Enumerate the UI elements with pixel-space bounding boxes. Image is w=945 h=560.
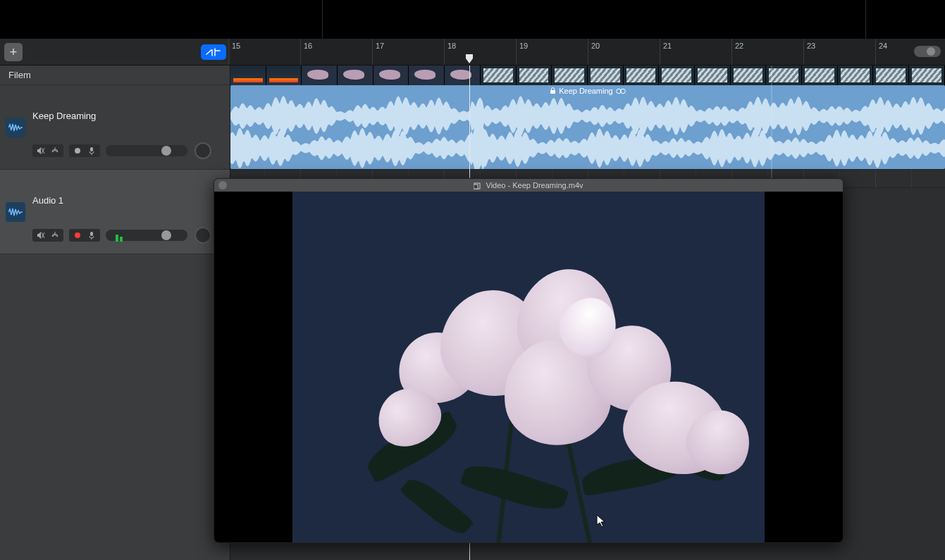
region-header: Keep Dreaming	[230, 87, 945, 95]
svg-rect-14	[474, 185, 478, 189]
ruler-tick: 22	[731, 39, 743, 65]
automation-toggle-button[interactable]	[201, 44, 226, 60]
video-thumbnail[interactable]	[838, 66, 874, 85]
region-name: Keep Dreaming	[559, 87, 612, 95]
loop-icon	[616, 88, 626, 94]
record-enable-button[interactable]	[70, 145, 85, 156]
track-header-keep-dreaming[interactable]: Keep Dreaming	[0, 85, 230, 170]
video-window-title: Video - Keep Dreaming.m4v	[214, 181, 843, 189]
ruler-tick: 18	[444, 39, 456, 65]
video-thumbnail[interactable]	[373, 66, 409, 85]
plus-icon: +	[10, 46, 18, 58]
track-headers: Filem Keep Dreaming	[0, 66, 230, 560]
video-thumbnail[interactable]	[266, 66, 302, 85]
video-preview-window[interactable]: Video - Keep Dreaming.m4v	[214, 178, 844, 543]
video-thumbnail[interactable]	[409, 66, 445, 85]
pan-knob[interactable]	[194, 142, 211, 159]
video-thumbnail[interactable]	[695, 66, 731, 85]
filem-header[interactable]: Filem	[0, 66, 230, 85]
ruler-tick: 15	[228, 39, 240, 65]
region-row: Keep Dreaming	[230, 85, 945, 170]
marker-line	[322, 0, 323, 39]
video-thumbnail[interactable]	[552, 66, 588, 85]
svg-rect-7	[90, 232, 93, 236]
ruler-tick: 16	[300, 39, 312, 65]
video-thumbnail[interactable]	[731, 66, 767, 85]
svg-rect-13	[474, 183, 480, 189]
ruler-tick: 21	[660, 39, 672, 65]
video-thumbnail[interactable]	[766, 66, 802, 85]
sidebar-toolbar: +	[0, 39, 230, 65]
mute-button[interactable]	[34, 145, 48, 156]
video-thumbnail[interactable]	[481, 66, 517, 85]
add-track-button[interactable]: +	[4, 43, 23, 61]
film-thumbnail-row[interactable]	[230, 66, 945, 85]
automation-icon	[206, 47, 221, 57]
input-monitor-button[interactable]	[85, 145, 99, 156]
track-name-label: Audio 1	[32, 195, 224, 206]
audio-region-keep-dreaming[interactable]: Keep Dreaming	[230, 85, 945, 169]
svg-rect-8	[550, 90, 555, 94]
video-thumbnail[interactable]	[302, 66, 338, 85]
ruler-tick: 19	[516, 39, 528, 65]
svg-point-2	[75, 148, 80, 154]
svg-rect-3	[90, 147, 93, 151]
track-name-label: Keep Dreaming	[32, 111, 224, 121]
marker-line	[865, 0, 866, 39]
playhead-handle-icon[interactable]	[464, 54, 474, 64]
ruler-tick: 23	[803, 39, 815, 65]
audio-track-icon	[6, 202, 25, 222]
video-thumbnail[interactable]	[802, 66, 838, 85]
track-controls	[32, 142, 211, 159]
filem-label: Filem	[8, 70, 31, 80]
video-window-titlebar[interactable]: Video - Keep Dreaming.m4v	[214, 179, 843, 192]
horizontal-zoom-toggle[interactable]	[914, 46, 941, 57]
video-thumbnail[interactable]	[338, 66, 373, 85]
video-content	[292, 192, 765, 542]
pop-out-icon	[474, 182, 481, 189]
close-button[interactable]	[218, 181, 227, 189]
solo-button[interactable]	[48, 145, 62, 156]
video-thumbnail[interactable]	[517, 66, 552, 85]
video-thumbnail[interactable]	[659, 66, 695, 85]
video-thumbnail[interactable]	[909, 66, 945, 85]
pan-knob[interactable]	[194, 227, 211, 244]
record-enable-button[interactable]	[70, 230, 85, 241]
mute-button[interactable]	[34, 230, 48, 241]
video-thumbnail[interactable]	[445, 66, 481, 85]
ruler-tick: 17	[372, 39, 384, 65]
input-monitor-button[interactable]	[85, 230, 99, 241]
solo-button[interactable]	[48, 230, 62, 241]
video-thumbnail[interactable]	[230, 66, 266, 85]
ruler[interactable]: 15161718192021222324	[230, 39, 945, 65]
svg-point-6	[75, 232, 80, 238]
video-thumbnail[interactable]	[588, 66, 624, 85]
audio-track-icon	[6, 118, 25, 137]
video-frame	[214, 192, 843, 542]
level-meter	[116, 235, 132, 242]
video-thumbnail[interactable]	[624, 66, 660, 85]
ruler-tick: 20	[588, 39, 600, 65]
track-header-audio-1[interactable]: Audio 1	[0, 170, 230, 254]
video-thumbnail[interactable]	[873, 66, 909, 85]
lock-icon	[550, 87, 556, 94]
volume-slider[interactable]	[106, 145, 187, 156]
ruler-tick: 24	[875, 39, 887, 65]
